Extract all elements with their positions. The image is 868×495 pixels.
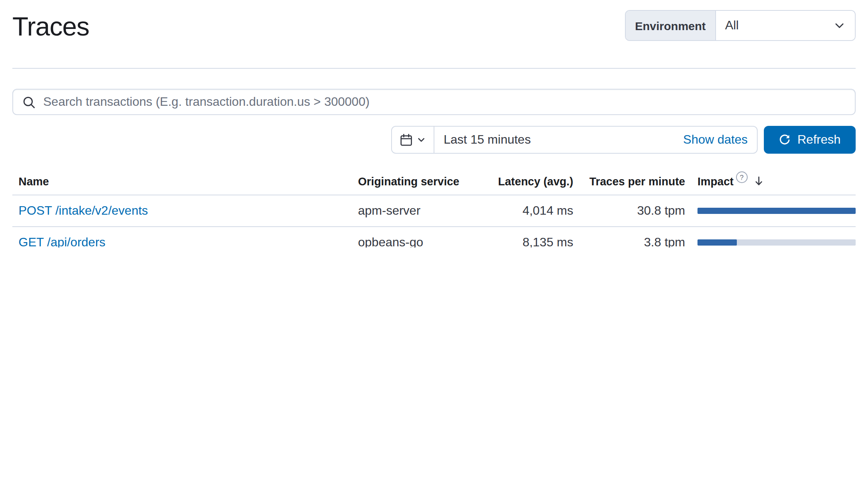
impact-cell (697, 208, 856, 214)
column-header-service[interactable]: Originating service (352, 175, 475, 187)
date-controls: Last 15 minutes Show dates Refresh (12, 126, 856, 154)
column-header-impact[interactable]: Impact ? (697, 175, 856, 187)
column-header-tpm[interactable]: Traces per minute (573, 175, 685, 187)
show-dates-link[interactable]: Show dates (674, 133, 757, 147)
latency-cell: 4,014 ms (475, 204, 573, 218)
environment-label: Environment (626, 11, 716, 40)
trace-name-link[interactable]: POST /intake/v2/events (19, 204, 148, 217)
environment-select[interactable]: All (716, 11, 855, 40)
table-row: POST /intake/v2/events apm-server 4,014 … (12, 195, 856, 227)
date-range-value[interactable]: Last 15 minutes (434, 133, 674, 147)
quick-select-button[interactable] (392, 127, 434, 153)
impact-bar-fill (697, 239, 737, 246)
trace-name-link[interactable]: GET /api/orders (19, 236, 105, 247)
table-header: Name Originating service Latency (avg.) … (12, 168, 856, 195)
search-icon (22, 95, 35, 108)
refresh-icon (779, 134, 791, 146)
sort-desc-icon[interactable] (753, 175, 765, 187)
service-cell: opbeans-go (352, 236, 475, 247)
search-bar (12, 89, 856, 115)
impact-bar-track (697, 208, 856, 214)
impact-cell (697, 239, 856, 246)
traces-page: Traces Environment All La (0, 0, 868, 247)
table-row: GET /api/orders opbeans-go 8,135 ms 3.8 … (12, 227, 856, 247)
date-picker: Last 15 minutes Show dates (391, 126, 758, 154)
traces-table: Name Originating service Latency (avg.) … (12, 168, 856, 247)
chevron-down-icon (417, 135, 426, 144)
calendar-icon (400, 133, 413, 146)
column-header-name[interactable]: Name (12, 175, 352, 187)
help-icon[interactable]: ? (736, 171, 748, 183)
service-cell: apm-server (352, 204, 475, 218)
latency-cell: 8,135 ms (475, 236, 573, 247)
impact-header-label: Impact (697, 175, 734, 187)
environment-value: All (725, 19, 739, 32)
column-header-latency[interactable]: Latency (avg.) (475, 175, 573, 187)
refresh-button[interactable]: Refresh (764, 126, 856, 154)
refresh-label: Refresh (797, 133, 841, 147)
tpm-cell: 3.8 tpm (573, 236, 685, 247)
header-divider (12, 68, 856, 69)
page-title: Traces (12, 10, 89, 42)
tpm-cell: 30.8 tpm (573, 204, 685, 218)
impact-bar-fill (697, 208, 856, 214)
page-header: Traces Environment All (12, 0, 856, 42)
impact-bar-track (697, 239, 856, 246)
chevron-down-icon (833, 19, 846, 32)
environment-filter: Environment All (625, 10, 856, 41)
search-input[interactable] (43, 95, 846, 109)
table-body: POST /intake/v2/events apm-server 4,014 … (12, 195, 856, 247)
